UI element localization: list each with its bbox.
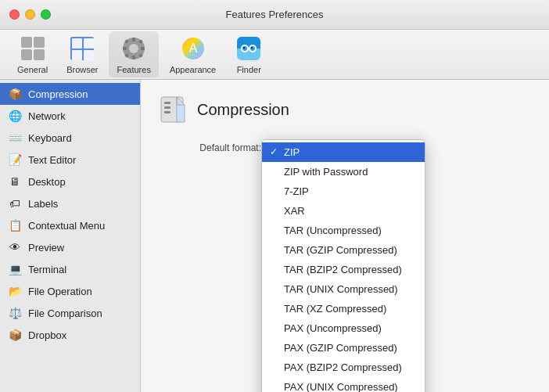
svg-rect-33 [164,111,170,113]
toolbar-features[interactable]: Features [109,31,158,77]
titlebar: Features Preferences [0,0,549,30]
toolbar: General Browser [0,30,549,80]
toolbar-appearance-label: Appearance [170,65,216,74]
sidebar-item-terminal-label: Terminal [28,264,66,275]
svg-rect-14 [141,47,145,50]
close-button[interactable] [9,9,20,20]
svg-point-29 [251,47,253,49]
toolbar-general[interactable]: General [9,31,56,77]
sidebar-item-terminal[interactable]: 💻 Terminal [0,258,140,280]
dropdown-option-7zip[interactable]: 7-ZIP [262,182,425,201]
sidebar-item-labels[interactable]: 🏷 Labels [0,192,140,214]
general-icon [19,34,47,63]
toolbar-general-label: General [17,65,48,74]
content-header: Compression [160,95,530,124]
dropdown-option-pax-unix[interactable]: PAX (UNIX Compressed) [262,377,425,392]
svg-rect-23 [237,41,260,49]
dropdown-option-tar-xz[interactable]: TAR (XZ Compressed) [262,299,425,318]
svg-point-10 [129,44,138,53]
dropdown-option-zip-password[interactable]: ZIP with Password [262,162,425,182]
sidebar-item-desktop-label: Desktop [28,176,66,188]
sidebar-item-file-comparison[interactable]: ⚖️ File Comparison [0,302,140,324]
format-dropdown-menu: ZIP ZIP with Password 7-ZIP XAR TAR (Unc… [261,139,425,392]
svg-rect-5 [72,38,82,49]
svg-rect-0 [21,37,32,48]
dropdown-option-tar[interactable]: TAR (Uncompressed) [262,221,425,240]
sidebar-item-compression[interactable]: 📦 Compression [0,83,140,105]
svg-text:A: A [188,41,197,55]
keyboard-icon: ⌨️ [8,131,22,145]
content-area: Compression Default format: ZIP ZIP ZIP … [141,80,549,392]
compression-icon: 📦 [8,87,22,101]
sidebar-item-file-operation[interactable]: 📂 File Operation [0,280,140,302]
compression-content-icon [160,95,188,124]
svg-rect-2 [21,49,32,60]
svg-rect-6 [84,38,94,49]
svg-point-28 [243,47,245,49]
contextual-menu-icon: 📋 [8,218,22,232]
dropdown-option-pax[interactable]: PAX (Uncompressed) [262,318,425,338]
dropdown-option-tar-bzip2[interactable]: TAR (BZIP2 Compressed) [262,260,425,279]
maximize-button[interactable] [41,9,51,20]
sidebar-item-network[interactable]: 🌐 Network [0,105,140,127]
desktop-icon: 🖥 [8,174,22,189]
toolbar-finder[interactable]: Finder [227,31,271,77]
dropdown-option-pax-bzip2[interactable]: PAX (BZIP2 Compressed) [262,358,425,377]
toolbar-browser[interactable]: Browser [59,31,106,77]
dropdown-option-zip[interactable]: ZIP [262,142,425,162]
sidebar-item-contextual-menu[interactable]: 📋 Contextual Menu [0,214,140,236]
toolbar-browser-label: Browser [66,65,98,74]
content-title: Compression [197,101,289,119]
svg-rect-7 [72,50,82,60]
svg-rect-8 [84,50,94,60]
sidebar-item-contextual-menu-label: Contextual Menu [28,220,105,232]
sidebar-item-text-editor[interactable]: 📝 Text Editor [0,149,140,171]
dropdown-option-tar-gzip[interactable]: TAR (GZIP Compressed) [262,240,425,260]
svg-rect-12 [132,56,135,59]
sidebar-item-desktop[interactable]: 🖥 Desktop [0,171,140,192]
terminal-icon: 💻 [8,262,22,276]
text-editor-icon: 📝 [8,153,22,167]
file-comparison-icon: ⚖️ [8,306,22,320]
sidebar-item-keyboard-label: Keyboard [28,132,72,144]
appearance-icon: A [179,34,207,63]
toolbar-finder-label: Finder [237,65,261,74]
svg-point-26 [242,46,247,51]
dropbox-icon: 📦 [8,328,22,342]
sidebar-item-keyboard[interactable]: ⌨️ Keyboard [0,127,140,149]
window-title: Features Preferences [225,9,323,20]
sidebar-item-dropbox[interactable]: 📦 Dropbox [0,324,140,346]
network-icon: 🌐 [8,109,22,123]
dropdown-option-pax-gzip[interactable]: PAX (GZIP Compressed) [262,338,425,358]
browser-icon [68,34,96,63]
sidebar-item-compression-label: Compression [28,88,88,100]
toolbar-appearance[interactable]: A Appearance [162,31,224,77]
dropdown-option-xar[interactable]: XAR [262,201,425,221]
svg-rect-1 [34,37,45,48]
sidebar-item-preview[interactable]: 👁 Preview [0,236,140,258]
svg-rect-13 [123,47,127,50]
labels-icon: 🏷 [8,196,22,210]
window-controls [9,9,51,20]
svg-rect-31 [164,102,170,104]
finder-icon [235,34,263,63]
sidebar-item-preview-label: Preview [28,242,64,254]
default-format-label: Default format: [160,142,261,153]
svg-rect-32 [164,106,170,109]
default-format-row: Default format: ZIP ZIP ZIP with Passwor… [160,139,530,156]
sidebar: 📦 Compression 🌐 Network ⌨️ Keyboard 📝 Te… [0,80,141,392]
file-operation-icon: 📂 [8,284,22,298]
features-icon [120,34,148,63]
sidebar-item-labels-label: Labels [28,198,58,210]
sidebar-item-file-comparison-label: File Comparison [28,307,102,319]
format-dropdown-wrapper: ZIP ZIP ZIP with Password 7-ZIP XAR TAR … [269,139,410,156]
preview-icon: 👁 [8,240,22,254]
main-layout: 📦 Compression 🌐 Network ⌨️ Keyboard 📝 Te… [0,80,549,392]
svg-rect-11 [132,38,135,41]
sidebar-item-file-operation-label: File Operation [28,286,92,297]
sidebar-item-dropbox-label: Dropbox [28,329,66,341]
minimize-button[interactable] [25,9,35,20]
svg-rect-3 [34,49,45,60]
dropdown-option-tar-unix[interactable]: TAR (UNIX Compressed) [262,279,425,299]
sidebar-item-text-editor-label: Text Editor [28,154,76,166]
